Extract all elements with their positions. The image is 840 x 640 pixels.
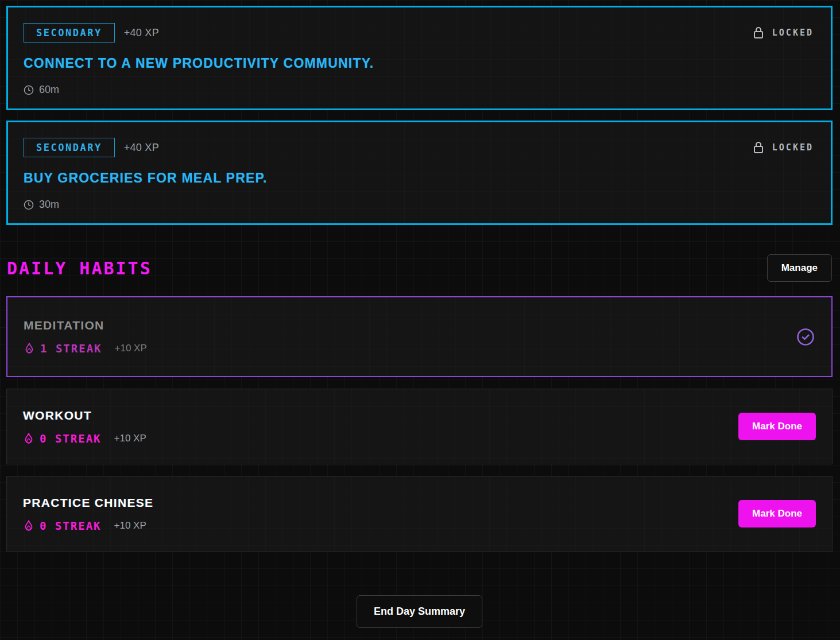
habit-streak-label: 0 STREAK xyxy=(40,432,102,445)
quest-lock-status: LOCKED xyxy=(752,141,814,154)
manage-habits-button[interactable]: Manage xyxy=(767,254,832,282)
daily-habits-heading: DAILY HABITS xyxy=(7,258,152,278)
locked-label: LOCKED xyxy=(772,28,814,38)
habit-xp-reward: +10 XP xyxy=(114,520,146,532)
quest-lock-status: LOCKED xyxy=(752,26,814,40)
flame-icon xyxy=(24,342,35,355)
habit-xp-reward: +10 XP xyxy=(115,343,147,354)
locked-label: LOCKED xyxy=(772,142,814,153)
habit-title: WORKOUT xyxy=(23,409,146,422)
quest-type-badge: SECONDARY xyxy=(24,23,115,42)
quest-duration: 30m xyxy=(39,199,59,211)
habit-streak-label: 1 STREAK xyxy=(40,342,102,355)
mark-done-button[interactable]: Mark Done xyxy=(738,413,816,440)
habit-card-practice-chinese: PRACTICE CHINESE 0 STREAK +10 XP Mark Do… xyxy=(6,476,833,552)
end-day-summary-button[interactable]: End Day Summary xyxy=(357,595,482,628)
quest-card-header: SECONDARY +40 XP LOCKED xyxy=(24,23,814,42)
clock-icon xyxy=(24,85,34,95)
lock-icon xyxy=(752,141,765,154)
quest-title: CONNECT TO A NEW PRODUCTIVITY COMMUNITY. xyxy=(24,56,814,71)
check-circle-icon xyxy=(796,327,815,347)
habit-streak-label: 0 STREAK xyxy=(40,519,102,532)
habit-card-workout: WORKOUT 0 STREAK +10 XP Mark Done xyxy=(6,389,833,464)
habit-title: MEDITATION xyxy=(24,319,147,332)
habit-xp-reward: +10 XP xyxy=(114,433,146,444)
quest-duration: 60m xyxy=(39,84,59,96)
quest-type-badge: SECONDARY xyxy=(24,138,115,157)
quest-title: BUY GROCERIES FOR MEAL PREP. xyxy=(24,170,814,186)
quest-card-header: SECONDARY +40 XP LOCKED xyxy=(24,138,814,157)
mark-done-button[interactable]: Mark Done xyxy=(738,500,816,527)
habit-complete-toggle[interactable] xyxy=(796,327,815,347)
flame-icon xyxy=(23,519,34,532)
quest-card-productivity-community[interactable]: SECONDARY +40 XP LOCKED CONNECT TO A NEW… xyxy=(6,6,833,110)
lock-icon xyxy=(752,26,765,40)
clock-icon xyxy=(24,200,34,210)
flame-icon xyxy=(23,432,34,445)
habit-card-meditation: MEDITATION 1 STREAK +10 XP xyxy=(6,296,833,377)
habit-title: PRACTICE CHINESE xyxy=(23,496,153,510)
quest-xp-reward: +40 XP xyxy=(124,27,159,39)
quest-card-groceries[interactable]: SECONDARY +40 XP LOCKED BUY GROCERIES FO… xyxy=(6,121,833,225)
quest-xp-reward: +40 XP xyxy=(124,142,159,154)
